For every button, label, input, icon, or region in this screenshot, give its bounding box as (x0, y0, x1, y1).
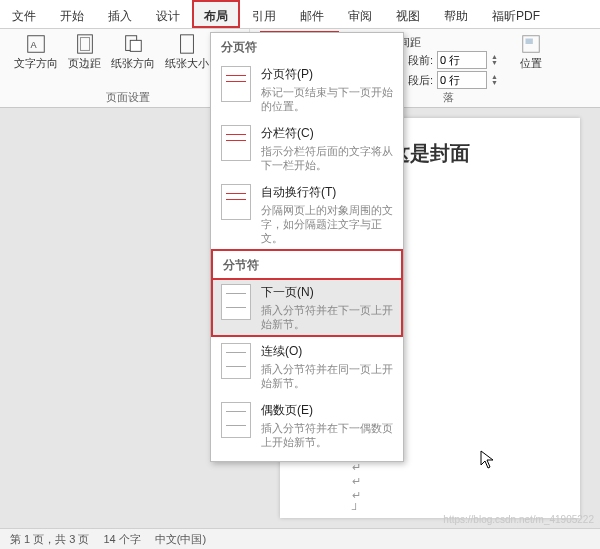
page-break-icon (221, 66, 251, 102)
section-continuous[interactable]: 连续(O) 插入分节符并在同一页上开始新节。 (211, 337, 403, 396)
tab-insert[interactable]: 插入 (96, 0, 144, 28)
status-words[interactable]: 14 个字 (103, 532, 140, 547)
column-break-icon (221, 125, 251, 161)
svg-rect-5 (130, 40, 141, 51)
section-next-page[interactable]: 下一页(N) 插入分节符并在下一页上开始新节。 (211, 278, 403, 337)
section-next-icon (221, 284, 251, 320)
group-spacing: 间距 ↕ 段前: ▲▼ ↕ 段后: ▲▼ 落 (391, 29, 506, 107)
dropdown-section-pagebreaks: 分页符 (211, 33, 403, 60)
group-position: 位置 (510, 29, 552, 107)
dropdown-section-sectionbreaks: 分节符 (211, 249, 403, 278)
tab-file[interactable]: 文件 (0, 0, 48, 28)
break-page[interactable]: 分页符(P) 标记一页结束与下一页开始的位置。 (211, 60, 403, 119)
tab-review[interactable]: 审阅 (336, 0, 384, 28)
tab-home[interactable]: 开始 (48, 0, 96, 28)
position-icon (520, 33, 542, 55)
margins-button[interactable]: 页边距 (66, 31, 103, 69)
section-even-icon (221, 402, 251, 438)
size-icon (176, 33, 198, 55)
section-even-page[interactable]: 偶数页(E) 插入分节符并在下一偶数页上开始新节。 (211, 396, 403, 455)
spacing-after-input[interactable] (437, 71, 487, 89)
stepper-icon[interactable]: ▲▼ (491, 74, 498, 86)
tab-design[interactable]: 设计 (144, 0, 192, 28)
status-page[interactable]: 第 1 页，共 3 页 (10, 532, 89, 547)
tab-references[interactable]: 引用 (240, 0, 288, 28)
spacing-before-input[interactable] (437, 51, 487, 69)
status-bar: 第 1 页，共 3 页 14 个字 中文(中国) (0, 528, 600, 549)
ribbon-tabs: 文件 开始 插入 设计 布局 引用 邮件 审阅 视图 帮助 福昕PDF (0, 0, 600, 29)
break-wrapping[interactable]: 自动换行符(T) 分隔网页上的对象周围的文字，如分隔题注文字与正文。 (211, 178, 403, 251)
tab-mailings[interactable]: 邮件 (288, 0, 336, 28)
page-setup-label: 页面设置 (106, 90, 150, 105)
text-direction-icon: A (25, 33, 47, 55)
mouse-cursor-icon (480, 450, 496, 470)
position-button[interactable]: 位置 (518, 31, 544, 69)
orientation-button[interactable]: 纸张方向 (109, 31, 157, 69)
svg-rect-12 (526, 39, 533, 45)
stepper-icon[interactable]: ▲▼ (491, 54, 498, 66)
svg-rect-6 (181, 35, 194, 53)
tab-help[interactable]: 帮助 (432, 0, 480, 28)
margins-icon (74, 33, 96, 55)
orientation-icon (122, 33, 144, 55)
text-direction-button[interactable]: A 文字方向 (12, 31, 60, 69)
tab-layout[interactable]: 布局 (192, 0, 240, 28)
tab-pdf[interactable]: 福昕PDF (480, 0, 552, 28)
wrap-break-icon (221, 184, 251, 220)
tab-view[interactable]: 视图 (384, 0, 432, 28)
size-button[interactable]: 纸张大小 (163, 31, 211, 69)
svg-text:A: A (31, 40, 38, 50)
break-column[interactable]: 分栏符(C) 指示分栏符后面的文字将从下一栏开始。 (211, 119, 403, 178)
watermark: https://blog.csdn.net/m_41905222 (443, 514, 594, 525)
status-lang[interactable]: 中文(中国) (155, 532, 206, 547)
spacing-after: ↕ 段后: ▲▼ (399, 71, 498, 89)
section-cont-icon (221, 343, 251, 379)
spacing-before: ↕ 段前: ▲▼ (399, 51, 498, 69)
svg-rect-3 (80, 38, 89, 51)
breaks-dropdown: 分页符 分页符(P) 标记一页结束与下一页开始的位置。 分栏符(C) 指示分栏符… (210, 32, 404, 462)
